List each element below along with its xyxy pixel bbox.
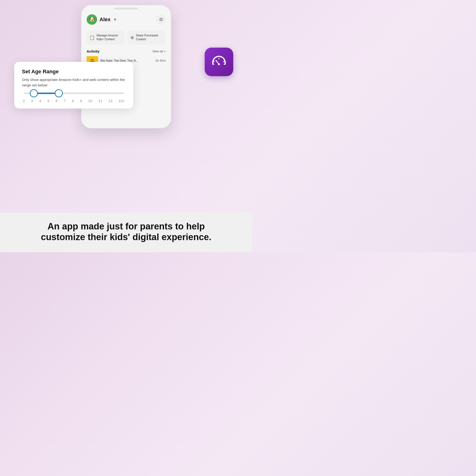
speedometer-icon (211, 53, 227, 70)
app-icon (205, 48, 233, 76)
view-all-button[interactable]: View all > (152, 50, 166, 53)
age-labels: 2 3 4 5 6 7 8 9 10 11 12 13+ (22, 99, 126, 103)
hero-section: 🐶 Alex ▼ ⚙ 📋 Manage Amazon Kids+ Content… (0, 0, 252, 114)
phone-notch (114, 8, 138, 10)
settings-icon: ⚙ (159, 17, 163, 22)
age-label-8: 8 (72, 99, 74, 103)
tagline-line2: customize their kids' digital experience… (41, 232, 212, 242)
share-content-button[interactable]: ⊕ Share Purchased Content (128, 31, 166, 45)
age-label-5: 5 (47, 99, 49, 103)
action-buttons: 📋 Manage Amazon Kids+ Content ⊕ Share Pu… (87, 31, 166, 45)
tagline: An app made just for parents to help cus… (14, 221, 238, 243)
age-label-2: 2 (23, 99, 25, 103)
age-label-6: 6 (55, 99, 57, 103)
share-icon: ⊕ (130, 35, 134, 40)
svg-line-3 (224, 61, 225, 62)
dropdown-arrow: ▼ (113, 17, 117, 21)
age-label-7: 7 (64, 99, 66, 103)
manage-content-button[interactable]: 📋 Manage Amazon Kids+ Content (87, 31, 125, 45)
slider-track (24, 93, 124, 94)
age-label-9: 9 (80, 99, 82, 103)
age-range-slider[interactable] (22, 93, 126, 94)
activity-duration: 1h 42m (155, 59, 166, 62)
tagline-line1: An app made just for parents to help (48, 221, 205, 231)
age-label-13plus: 13+ (119, 99, 124, 103)
age-label-10: 10 (88, 99, 92, 103)
slider-thumb-right[interactable] (55, 89, 63, 97)
age-label-3: 3 (31, 99, 33, 103)
profile-name: Alex (100, 17, 110, 23)
svg-line-1 (214, 61, 214, 62)
bottom-section: An app made just for parents to help cus… (0, 213, 252, 252)
svg-point-6 (218, 63, 220, 65)
age-label-4: 4 (39, 99, 41, 103)
profile-row: 🐶 Alex ▼ ⚙ (87, 14, 166, 25)
age-label-11: 11 (98, 99, 102, 103)
age-range-title: Set Age Range (22, 68, 126, 75)
avatar: 🐶 (87, 14, 97, 25)
manage-icon: 📋 (89, 35, 95, 40)
slider-thumb-left[interactable] (30, 89, 38, 97)
age-range-description: Only show appropriate Amazon Kids+ and w… (22, 77, 126, 88)
activity-title: Activity (87, 49, 100, 53)
phone-content: 🐶 Alex ▼ ⚙ 📋 Manage Amazon Kids+ Content… (81, 5, 171, 69)
age-range-card: Set Age Range Only show appropriate Amaz… (14, 62, 133, 108)
share-content-label: Share Purchased Content (136, 34, 163, 41)
settings-button[interactable]: ⚙ (157, 15, 166, 24)
profile-left: 🐶 Alex ▼ (87, 14, 117, 25)
age-label-12: 12 (108, 99, 113, 103)
activity-header: Activity View all > (87, 49, 166, 53)
manage-content-label: Manage Amazon Kids+ Content (97, 34, 122, 41)
